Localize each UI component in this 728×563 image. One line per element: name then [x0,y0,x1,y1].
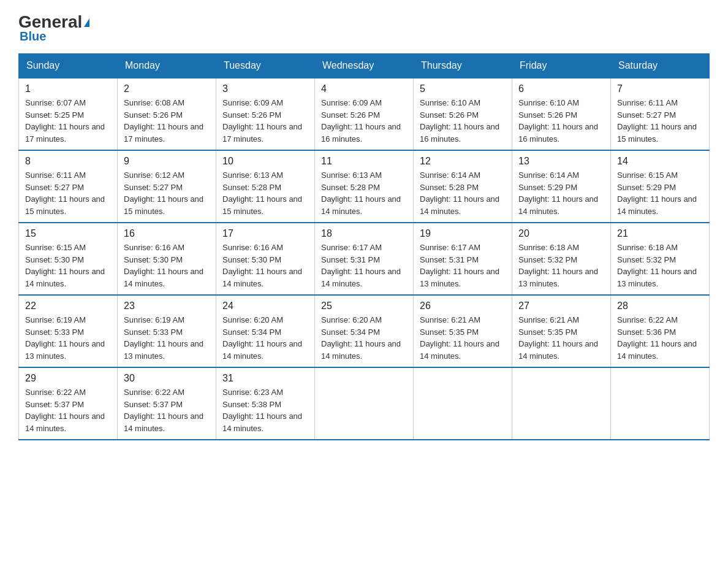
day-number: 27 [518,301,604,312]
table-row: 14Sunrise: 6:15 AMSunset: 5:29 PMDayligh… [611,150,710,223]
day-info: Sunrise: 6:18 AMSunset: 5:32 PMDaylight:… [518,242,604,289]
day-number: 21 [617,228,703,239]
day-number: 1 [25,83,111,94]
day-number: 15 [25,228,111,239]
calendar-table: Sunday Monday Tuesday Wednesday Thursday… [18,53,710,440]
day-info: Sunrise: 6:13 AMSunset: 5:28 PMDaylight:… [222,169,308,217]
table-row: 9Sunrise: 6:12 AMSunset: 5:27 PMDaylight… [118,150,216,223]
day-number: 13 [518,156,604,167]
day-info: Sunrise: 6:12 AMSunset: 5:27 PMDaylight:… [124,169,210,217]
table-row [512,367,611,440]
table-row: 25Sunrise: 6:20 AMSunset: 5:34 PMDayligh… [315,295,414,367]
day-info: Sunrise: 6:20 AMSunset: 5:34 PMDaylight:… [321,314,407,362]
day-number: 7 [617,83,703,94]
header-saturday: Saturday [611,54,710,79]
table-row: 4Sunrise: 6:09 AMSunset: 5:26 PMDaylight… [315,78,414,150]
day-info: Sunrise: 6:14 AMSunset: 5:28 PMDaylight:… [420,169,506,217]
day-number: 3 [222,83,308,94]
header-monday: Monday [118,54,216,79]
calendar-week-row: 29Sunrise: 6:22 AMSunset: 5:37 PMDayligh… [19,367,710,440]
day-number: 10 [222,156,308,167]
header-wednesday: Wednesday [315,54,414,79]
table-row: 5Sunrise: 6:10 AMSunset: 5:26 PMDaylight… [414,78,512,150]
table-row: 31Sunrise: 6:23 AMSunset: 5:38 PMDayligh… [216,367,315,440]
day-info: Sunrise: 6:13 AMSunset: 5:28 PMDaylight:… [321,169,407,217]
table-row [611,367,710,440]
table-row: 26Sunrise: 6:21 AMSunset: 5:35 PMDayligh… [414,295,512,367]
table-row: 17Sunrise: 6:16 AMSunset: 5:30 PMDayligh… [216,223,315,295]
day-number: 28 [617,301,703,312]
table-row [315,367,414,440]
day-number: 16 [124,228,210,239]
day-info: Sunrise: 6:10 AMSunset: 5:26 PMDaylight:… [518,97,604,145]
day-info: Sunrise: 6:22 AMSunset: 5:37 PMDaylight:… [124,386,210,434]
day-info: Sunrise: 6:20 AMSunset: 5:34 PMDaylight:… [222,314,308,362]
day-info: Sunrise: 6:17 AMSunset: 5:31 PMDaylight:… [420,242,506,289]
day-info: Sunrise: 6:15 AMSunset: 5:30 PMDaylight:… [25,242,111,289]
day-number: 31 [222,373,308,384]
table-row: 28Sunrise: 6:22 AMSunset: 5:36 PMDayligh… [611,295,710,367]
day-info: Sunrise: 6:16 AMSunset: 5:30 PMDaylight:… [124,242,210,289]
day-number: 4 [321,83,407,94]
table-row [414,367,512,440]
day-info: Sunrise: 6:11 AMSunset: 5:27 PMDaylight:… [617,97,703,145]
logo-triangle-icon [84,18,89,27]
day-number: 23 [124,301,210,312]
table-row: 10Sunrise: 6:13 AMSunset: 5:28 PMDayligh… [216,150,315,223]
day-number: 8 [25,156,111,167]
header-thursday: Thursday [414,54,512,79]
day-info: Sunrise: 6:09 AMSunset: 5:26 PMDaylight:… [222,97,308,145]
table-row: 6Sunrise: 6:10 AMSunset: 5:26 PMDaylight… [512,78,611,150]
day-info: Sunrise: 6:22 AMSunset: 5:36 PMDaylight:… [617,314,703,362]
header-sunday: Sunday [19,54,118,79]
day-number: 6 [518,83,604,94]
logo: General Blue [18,12,89,44]
day-number: 17 [222,228,308,239]
day-number: 5 [420,83,506,94]
day-number: 24 [222,301,308,312]
day-number: 14 [617,156,703,167]
table-row: 11Sunrise: 6:13 AMSunset: 5:28 PMDayligh… [315,150,414,223]
table-row: 18Sunrise: 6:17 AMSunset: 5:31 PMDayligh… [315,223,414,295]
day-number: 2 [124,83,210,94]
day-number: 25 [321,301,407,312]
day-number: 12 [420,156,506,167]
table-row: 22Sunrise: 6:19 AMSunset: 5:33 PMDayligh… [19,295,118,367]
calendar-week-row: 22Sunrise: 6:19 AMSunset: 5:33 PMDayligh… [19,295,710,367]
day-info: Sunrise: 6:11 AMSunset: 5:27 PMDaylight:… [25,169,111,217]
table-row: 8Sunrise: 6:11 AMSunset: 5:27 PMDaylight… [19,150,118,223]
table-row: 19Sunrise: 6:17 AMSunset: 5:31 PMDayligh… [414,223,512,295]
day-info: Sunrise: 6:17 AMSunset: 5:31 PMDaylight:… [321,242,407,289]
table-row: 24Sunrise: 6:20 AMSunset: 5:34 PMDayligh… [216,295,315,367]
day-info: Sunrise: 6:19 AMSunset: 5:33 PMDaylight:… [124,314,210,362]
table-row: 7Sunrise: 6:11 AMSunset: 5:27 PMDaylight… [611,78,710,150]
day-info: Sunrise: 6:08 AMSunset: 5:26 PMDaylight:… [124,97,210,145]
day-info: Sunrise: 6:19 AMSunset: 5:33 PMDaylight:… [25,314,111,362]
day-number: 30 [124,373,210,384]
day-number: 22 [25,301,111,312]
table-row: 23Sunrise: 6:19 AMSunset: 5:33 PMDayligh… [118,295,216,367]
table-row: 27Sunrise: 6:21 AMSunset: 5:35 PMDayligh… [512,295,611,367]
day-number: 26 [420,301,506,312]
calendar-week-row: 8Sunrise: 6:11 AMSunset: 5:27 PMDaylight… [19,150,710,223]
table-row: 12Sunrise: 6:14 AMSunset: 5:28 PMDayligh… [414,150,512,223]
day-info: Sunrise: 6:16 AMSunset: 5:30 PMDaylight:… [222,242,308,289]
header-friday: Friday [512,54,611,79]
day-info: Sunrise: 6:15 AMSunset: 5:29 PMDaylight:… [617,169,703,217]
header-tuesday: Tuesday [216,54,315,79]
table-row: 29Sunrise: 6:22 AMSunset: 5:37 PMDayligh… [19,367,118,440]
day-info: Sunrise: 6:21 AMSunset: 5:35 PMDaylight:… [420,314,506,362]
day-info: Sunrise: 6:10 AMSunset: 5:26 PMDaylight:… [420,97,506,145]
day-number: 11 [321,156,407,167]
day-info: Sunrise: 6:21 AMSunset: 5:35 PMDaylight:… [518,314,604,362]
table-row: 15Sunrise: 6:15 AMSunset: 5:30 PMDayligh… [19,223,118,295]
day-number: 18 [321,228,407,239]
day-info: Sunrise: 6:23 AMSunset: 5:38 PMDaylight:… [222,386,308,434]
table-row: 2Sunrise: 6:08 AMSunset: 5:26 PMDaylight… [118,78,216,150]
logo-blue-text: Blue [20,29,46,44]
table-row: 1Sunrise: 6:07 AMSunset: 5:25 PMDaylight… [19,78,118,150]
table-row: 13Sunrise: 6:14 AMSunset: 5:29 PMDayligh… [512,150,611,223]
table-row: 3Sunrise: 6:09 AMSunset: 5:26 PMDaylight… [216,78,315,150]
table-row: 16Sunrise: 6:16 AMSunset: 5:30 PMDayligh… [118,223,216,295]
calendar-week-row: 15Sunrise: 6:15 AMSunset: 5:30 PMDayligh… [19,223,710,295]
